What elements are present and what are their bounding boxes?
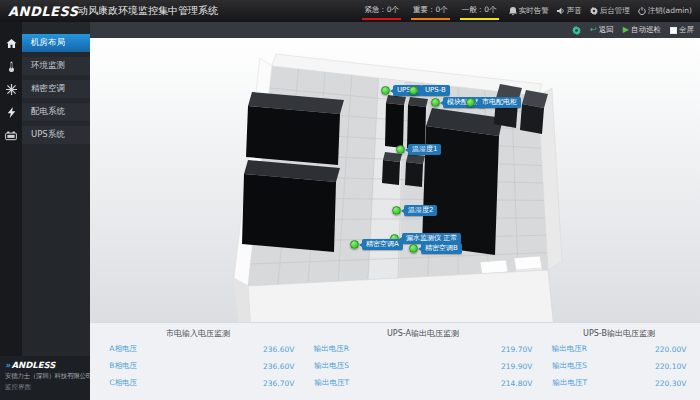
- status-dot-icon: [466, 98, 475, 107]
- chart-ups-b-output: UPS-B输出电压监测 输出电压R 220.00V 输出电压S 220.10V …: [542, 325, 696, 400]
- realtime-alarm-label: 实时告警: [519, 6, 549, 16]
- bar-value: 236.70V: [260, 379, 304, 388]
- bar-track: [590, 344, 652, 354]
- bar-value: 220.10V: [652, 362, 696, 371]
- bar-value: 214.80V: [498, 379, 542, 388]
- status-dot-icon: [431, 98, 440, 107]
- back-label: 返回: [599, 25, 614, 35]
- status-dot-icon: [350, 240, 359, 249]
- bar-value: 220.00V: [652, 345, 696, 354]
- sidebar-item-precision-ac[interactable]: 精密空调: [0, 80, 90, 98]
- bar-value: 236.60V: [260, 362, 304, 371]
- chart-mains-input: 市电输入电压监测 A相电压 236.60V B相电压 236.60V C相电压 …: [92, 325, 304, 400]
- room-marker[interactable]: 精密空调B: [409, 243, 462, 254]
- back-button[interactable]: ↩ 返回: [590, 25, 614, 35]
- bar-label: 输出电压T: [304, 378, 352, 388]
- chevrons-icon: »: [5, 360, 11, 370]
- sidebar-item-ups-system[interactable]: UPS系统: [0, 126, 90, 144]
- status-dot-icon: [381, 86, 390, 95]
- marker-label: 温湿度1: [408, 144, 441, 155]
- status-dot-icon: [409, 86, 418, 95]
- bar-label: 输出电压T: [542, 378, 590, 388]
- bar-label: 输出电压S: [304, 361, 352, 371]
- realtime-alarm-button[interactable]: 实时告警: [509, 6, 549, 16]
- bar-label: 输出电压R: [304, 344, 352, 354]
- chart-ups-a-output: UPS-A输出电压监测 输出电压R 219.70V 输出电压S 219.90V …: [304, 325, 542, 400]
- bar-row: 输出电压S 220.10V: [542, 360, 696, 372]
- auto-patrol-button[interactable]: ▶ 自动巡检: [623, 25, 661, 35]
- bar-row: B相电压 236.60V: [92, 360, 304, 372]
- status-dot-icon: [396, 145, 405, 154]
- marker-label: UPS-B: [421, 85, 450, 96]
- bar-track: [352, 344, 498, 354]
- settings-button[interactable]: [572, 26, 581, 35]
- battery-icon: [0, 126, 22, 144]
- room-marker-layer: UPS-AUPS-B模块配电柜市电配电柜温湿度1温湿度2漏水监测仪 正常精密空调…: [90, 38, 700, 322]
- chart-title: UPS-A输出电压监测: [304, 328, 542, 339]
- header-buttons: 实时告警 声音 后台管理 注销(admin): [509, 6, 692, 16]
- brand-logo: ANDLESS: [0, 4, 78, 19]
- bar-row: A相电压 236.60V: [92, 343, 304, 355]
- bar-label: C相电压: [92, 378, 140, 388]
- snowflake-icon: [0, 80, 22, 98]
- bar-track: [140, 361, 260, 371]
- marker-label: 市电配电柜: [478, 97, 521, 108]
- bar-label: 输出电压S: [542, 361, 590, 371]
- view-toolbar: ↩ 返回 ▶ 自动巡检 全屏: [90, 22, 700, 38]
- room-marker[interactable]: 市电配电柜: [466, 97, 521, 108]
- bar-row: C相电压 236.70V: [92, 377, 304, 389]
- sidebar-footer: »ANDLESS 安德力士（深圳）科技有限公司 监控界面: [0, 356, 90, 400]
- bar-row: 输出电压S 219.90V: [304, 360, 542, 372]
- room-marker[interactable]: 温湿度2: [392, 205, 437, 216]
- sidebar-item-label: 机房布局: [22, 34, 90, 52]
- speaker-icon: [557, 7, 565, 15]
- marker-label: 精密空调B: [421, 243, 462, 254]
- room-marker[interactable]: 精密空调A: [350, 239, 403, 250]
- sidebar: 机房布局 环境监测 精密空调 配电系统: [0, 22, 90, 400]
- alarm-critical-count[interactable]: 紧急：0个: [362, 3, 401, 20]
- alarm-counters: 紧急：0个 重要：0个 一般：0个: [362, 3, 498, 20]
- bar-value: 236.60V: [260, 345, 304, 354]
- home-icon: [0, 34, 22, 52]
- gear-icon: [572, 26, 581, 35]
- bar-label: A相电压: [92, 344, 140, 354]
- sidebar-item-room-layout[interactable]: 机房布局: [0, 34, 90, 52]
- bar-track: [590, 361, 652, 371]
- sound-button[interactable]: 声音: [557, 6, 582, 16]
- bar-label: 输出电压R: [542, 344, 590, 354]
- footer-caption: 监控界面: [5, 383, 85, 392]
- bar-label: B相电压: [92, 361, 140, 371]
- marker-label: 精密空调A: [362, 239, 403, 250]
- admin-backend-button[interactable]: 后台管理: [590, 6, 630, 16]
- bar-track: [352, 361, 498, 371]
- sidebar-item-label: 精密空调: [22, 80, 90, 98]
- alarm-minor-count[interactable]: 一般：0个: [460, 3, 499, 20]
- room-marker[interactable]: UPS-B: [409, 85, 450, 96]
- room-marker[interactable]: 温湿度1: [396, 144, 441, 155]
- bell-icon: [509, 7, 517, 16]
- thermometer-icon: [0, 57, 22, 75]
- voltage-charts: 市电输入电压监测 A相电压 236.60V B相电压 236.60V C相电压 …: [90, 322, 700, 400]
- gear-icon: [590, 7, 598, 15]
- main-content: UPS-AUPS-B模块配电柜市电配电柜温湿度1温湿度2漏水监测仪 正常精密空调…: [90, 38, 700, 400]
- sidebar-item-power-distribution[interactable]: 配电系统: [0, 103, 90, 121]
- bar-row: 输出电压T 214.80V: [304, 377, 542, 389]
- app-window: ANDLESS 动风康政环境监控集中管理系统 紧急：0个 重要：0个 一般：0个…: [0, 0, 700, 400]
- bar-value: 219.90V: [498, 362, 542, 371]
- chart-title: 市电输入电压监测: [92, 328, 304, 339]
- alarm-major-count[interactable]: 重要：0个: [411, 3, 450, 20]
- bar-row: 输出电压R 219.70V: [304, 343, 542, 355]
- bar-row: 输出电压R 220.00V: [542, 343, 696, 355]
- fullscreen-icon: [670, 27, 677, 34]
- fullscreen-label: 全屏: [679, 25, 694, 35]
- admin-backend-label: 后台管理: [600, 6, 630, 16]
- footer-logo: »ANDLESS: [5, 360, 85, 370]
- logout-icon: [638, 7, 646, 15]
- fullscreen-button[interactable]: 全屏: [670, 25, 694, 35]
- lightning-icon: [0, 103, 22, 121]
- sidebar-menu: 机房布局 环境监测 精密空调 配电系统: [0, 34, 90, 149]
- chart-title: UPS-B输出电压监测: [542, 328, 696, 339]
- sidebar-item-environment[interactable]: 环境监测: [0, 57, 90, 75]
- bar-track: [352, 378, 498, 388]
- logout-button[interactable]: 注销(admin): [638, 6, 692, 16]
